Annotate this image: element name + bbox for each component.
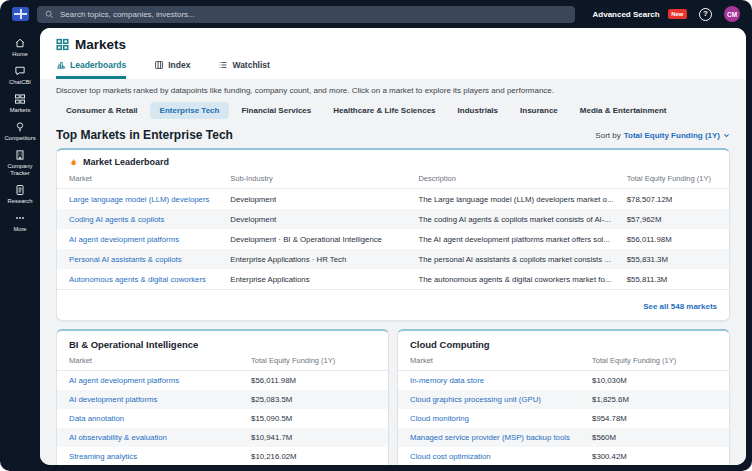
- tab-leaderboards[interactable]: Leaderboards: [56, 60, 126, 79]
- table-row: Cloud monitoring$954.78M: [398, 409, 729, 428]
- sidebar-item-markets[interactable]: Markets: [0, 93, 40, 114]
- sidebar-item-research[interactable]: Research: [0, 184, 40, 205]
- page-title: Markets: [75, 37, 126, 52]
- market-link[interactable]: AI agent development platforms: [69, 235, 179, 244]
- markets-icon: [14, 93, 26, 105]
- sidebar-item-chatcbi[interactable]: ChatCBI: [0, 65, 40, 86]
- market-link[interactable]: Coding AI agents & copilots: [69, 215, 164, 224]
- table-row: Streaming analytics$10,216.02M: [57, 447, 388, 465]
- sort-by-value: Total Equity Funding (1Y): [624, 131, 720, 140]
- table-row: AI development platforms$25,083.5M: [57, 390, 388, 409]
- funding-cell: $56,011.98M: [239, 371, 388, 391]
- sort-by-control[interactable]: Sort by Total Equity Funding (1Y): [595, 131, 730, 140]
- chevron-down-icon: [723, 132, 730, 139]
- avatar[interactable]: CM: [724, 6, 740, 22]
- chip-enterprise-tech[interactable]: Enterprise Tech: [150, 102, 230, 119]
- funding-cell: $300.42M: [580, 447, 729, 465]
- description-cell: The personal AI assistants & copilots ma…: [406, 249, 614, 269]
- market-link[interactable]: AI observability & evaluation: [69, 433, 167, 442]
- market-link[interactable]: AI development platforms: [69, 395, 157, 404]
- watchlist-icon: [218, 60, 228, 70]
- funding-cell: $10,941.7M: [239, 428, 388, 447]
- chip-media-entertainment[interactable]: Media & Entertainment: [570, 102, 677, 119]
- chip-healthcare-life-sciences[interactable]: Healthcare & Life Sciences: [323, 102, 445, 119]
- chip-insurance[interactable]: Insurance: [510, 102, 568, 119]
- global-search: [37, 6, 575, 23]
- funding-cell: $57,962M: [615, 209, 729, 229]
- market-link[interactable]: Data annotation: [69, 414, 124, 423]
- sub-industry-cell: Enterprise Applications · HR Tech: [218, 249, 406, 269]
- market-link[interactable]: Cloud graphics processing unit (GPU): [410, 395, 541, 404]
- document-icon: [14, 184, 26, 196]
- leaderboard-header-row: Market Sub-Industry Description Total Eq…: [57, 172, 729, 189]
- bi-operational-intelligence-card: BI & Operational Intelligence Market Tot…: [56, 329, 389, 465]
- competitors-icon: [14, 121, 26, 133]
- market-link[interactable]: Cloud monitoring: [410, 414, 469, 423]
- building-icon: [14, 149, 26, 161]
- funding-cell: $1,825.6M: [580, 390, 729, 409]
- table-row: Personal AI assistants & copilots Enterp…: [57, 249, 729, 269]
- chat-icon: [14, 65, 26, 77]
- side-navigation: Home ChatCBI Markets Competitors Company…: [0, 28, 40, 471]
- column-header-funding: Total Equity Funding (1Y): [239, 354, 388, 371]
- funding-cell: $25,083.5M: [239, 390, 388, 409]
- description-cell: The autonomous agents & digital coworker…: [406, 269, 614, 289]
- sidebar-item-company-tracker[interactable]: Company Tracker: [0, 149, 40, 177]
- market-link[interactable]: Personal AI assistants & copilots: [69, 255, 182, 264]
- table-row: Cloud cost optimization$300.42M: [398, 447, 729, 465]
- funding-cell: $56,011.98M: [615, 229, 729, 249]
- market-link[interactable]: Autonomous agents & digital coworkers: [69, 275, 206, 284]
- table-row: AI agent development platforms$56,011.98…: [57, 371, 388, 391]
- advanced-search-link[interactable]: Advanced Search: [593, 10, 660, 19]
- chip-financial-services[interactable]: Financial Services: [231, 102, 321, 119]
- sidebar-item-more[interactable]: More: [0, 212, 40, 233]
- page-body: Discover top markets ranked by datapoint…: [40, 79, 746, 465]
- category-cards-row: BI & Operational Intelligence Market Tot…: [56, 329, 730, 465]
- flame-icon: [69, 158, 78, 167]
- sub-industry-cell: Development: [218, 209, 406, 229]
- funding-cell: $55,811.3M: [615, 269, 729, 289]
- search-input[interactable]: [60, 10, 567, 19]
- card-title: Cloud Computing: [410, 339, 490, 350]
- market-link[interactable]: Large language model (LLM) developers: [69, 195, 209, 204]
- see-all-markets-link[interactable]: See all 548 markets: [643, 302, 717, 311]
- funding-cell: $78,507.12M: [615, 189, 729, 210]
- index-icon: [154, 60, 164, 70]
- market-link[interactable]: Cloud cost optimization: [410, 452, 491, 461]
- chip-industrials[interactable]: Industrials: [448, 102, 508, 119]
- cbinsights-logo-icon[interactable]: [12, 7, 29, 21]
- top-bar: Advanced Search New ? CM: [0, 0, 752, 28]
- card-table: Market Total Equity Funding (1Y) AI agen…: [57, 354, 388, 465]
- market-link[interactable]: AI agent development platforms: [69, 376, 179, 385]
- leaderboard-title: Market Leaderboard: [83, 157, 169, 167]
- market-leaderboard-card: Market Leaderboard Market Sub-Industry D…: [56, 148, 730, 321]
- home-icon: [14, 37, 26, 49]
- sub-industry-cell: Development: [218, 189, 406, 210]
- market-link[interactable]: Streaming analytics: [69, 452, 137, 461]
- table-row: In-memory data store$10,030M: [398, 371, 729, 391]
- sub-industry-cell: Enterprise Applications: [218, 269, 406, 289]
- table-row: Data annotation$15,090.5M: [57, 409, 388, 428]
- sub-industry-cell: Development · BI & Operational Intellige…: [218, 229, 406, 249]
- new-badge: New: [668, 9, 687, 19]
- table-row: Managed service provider (MSP) backup to…: [398, 428, 729, 447]
- market-link[interactable]: Managed service provider (MSP) backup to…: [410, 433, 570, 442]
- sidebar-item-home[interactable]: Home: [0, 37, 40, 58]
- app-window: Advanced Search New ? CM Home ChatCBI Ma…: [0, 0, 752, 471]
- description-cell: The AI agent development platforms marke…: [406, 229, 614, 249]
- table-row: Coding AI agents & copilots Development …: [57, 209, 729, 229]
- chip-consumer-retail[interactable]: Consumer & Retail: [56, 102, 148, 119]
- tab-watchlist[interactable]: Watchlist: [218, 60, 269, 79]
- market-link[interactable]: In-memory data store: [410, 376, 484, 385]
- tab-bar: Leaderboards Index Watchlist: [56, 60, 730, 79]
- funding-cell: $55,831.3M: [615, 249, 729, 269]
- content-panel: Markets Leaderboards Index Watchlist Dis…: [40, 28, 746, 465]
- column-header-description: Description: [406, 172, 614, 189]
- column-header-market: Market: [57, 172, 218, 189]
- card-table: Market Total Equity Funding (1Y) In-memo…: [398, 354, 729, 465]
- sidebar-item-competitors[interactable]: Competitors: [0, 121, 40, 142]
- table-row: Large language model (LLM) developers De…: [57, 189, 729, 210]
- column-header-sub-industry: Sub-Industry: [218, 172, 406, 189]
- tab-index[interactable]: Index: [154, 60, 190, 79]
- help-button[interactable]: ?: [699, 8, 712, 21]
